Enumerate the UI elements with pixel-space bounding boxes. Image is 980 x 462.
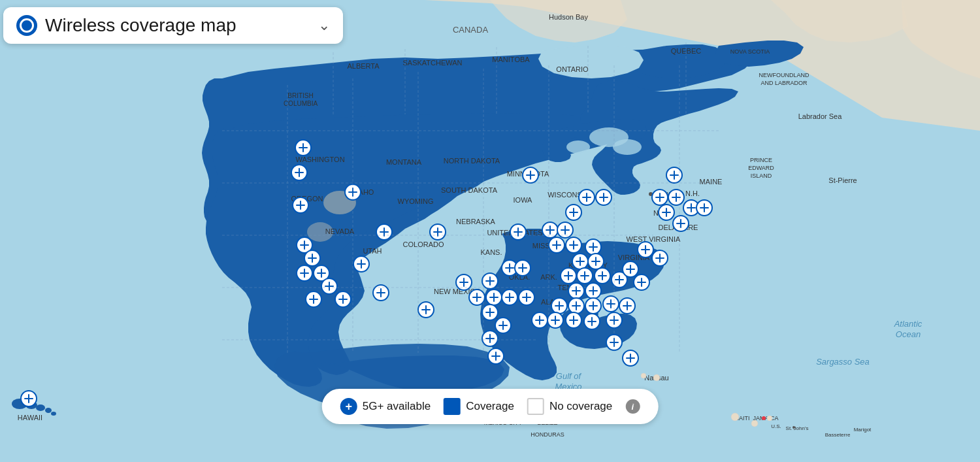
svg-point-77 — [45, 408, 52, 413]
legend-info-icon[interactable]: i — [625, 399, 640, 414]
legend-no-coverage-label: No coverage — [549, 400, 612, 413]
svg-point-80 — [653, 374, 660, 381]
title-dropdown[interactable]: Wireless coverage map ⌄ — [3, 7, 343, 44]
svg-point-2 — [307, 222, 333, 242]
legend-5g-label: 5G+ available — [363, 400, 431, 413]
no-coverage-color-box — [527, 398, 544, 415]
svg-point-82 — [751, 420, 758, 427]
svg-point-81 — [731, 413, 739, 421]
coverage-color-box — [444, 398, 461, 415]
map-legend: + 5G+ available Coverage No coverage i — [322, 389, 659, 424]
chevron-down-icon: ⌄ — [318, 17, 330, 34]
5g-plus-icon: + — [340, 398, 357, 415]
logo-icon — [16, 15, 37, 36]
legend-coverage-item: Coverage — [444, 398, 514, 415]
svg-point-85 — [762, 416, 766, 420]
svg-point-5 — [613, 139, 642, 155]
svg-point-83 — [767, 416, 772, 421]
legend-5g-item: + 5G+ available — [340, 398, 431, 415]
svg-point-4 — [566, 140, 590, 154]
legend-coverage-label: Coverage — [466, 400, 514, 413]
svg-point-79 — [641, 373, 646, 378]
map-title: Wireless coverage map — [45, 15, 310, 36]
legend-no-coverage-item: No coverage — [527, 398, 612, 415]
svg-point-70 — [792, 426, 795, 429]
map-container: CANADA Hudson Bay WASHINGTON OREGON IDAH… — [0, 0, 980, 462]
svg-point-78 — [51, 412, 56, 416]
svg-point-76 — [36, 404, 45, 411]
